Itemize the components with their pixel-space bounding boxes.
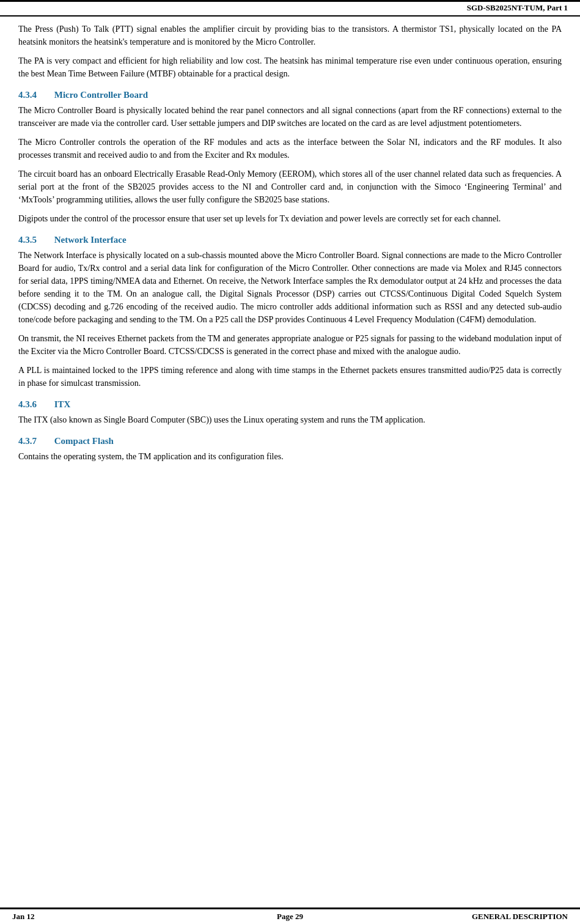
content-area: The Press (Push) To Talk (PTT) signal en… <box>0 17 580 692</box>
section-4-3-5-label: Network Interface <box>54 235 127 245</box>
section-4-3-5-number: 4.3.5 <box>18 235 52 245</box>
section-4-3-7-label: Compact Flash <box>54 436 114 446</box>
paragraph-4: The Micro Controller controls the operat… <box>18 136 562 161</box>
section-4-3-7-heading: 4.3.7 Compact Flash <box>18 436 562 446</box>
header-title: SGD-SB2025NT-TUM, Part 1 <box>467 3 568 13</box>
paragraph-9: A PLL is maintained locked to the 1PPS t… <box>18 364 562 390</box>
footer-center: Page 29 <box>197 912 383 922</box>
section-4-3-6-number: 4.3.6 <box>18 399 52 410</box>
footer-left: Jan 12 <box>12 912 197 922</box>
section-4-3-6-label: ITX <box>54 399 71 409</box>
section-4-3-4-heading: 4.3.4 Micro Controller Board <box>18 90 562 100</box>
paragraph-2: The PA is very compact and efficient for… <box>18 54 562 80</box>
paragraph-1: The Press (Push) To Talk (PTT) signal en… <box>18 23 562 48</box>
paragraph-6: Digipots under the control of the proces… <box>18 212 562 225</box>
footer-bar: Jan 12 Page 29 GENERAL DESCRIPTION <box>0 909 580 924</box>
paragraph-10: The ITX (also known as Single Board Comp… <box>18 413 562 426</box>
footer-right: GENERAL DESCRIPTION <box>383 912 568 922</box>
paragraph-7: The Network Interface is physically loca… <box>18 249 562 326</box>
header-bar: SGD-SB2025NT-TUM, Part 1 <box>0 2 580 17</box>
paragraph-5: The circuit board has an onboard Electri… <box>18 168 562 206</box>
paragraph-3: The Micro Controller Board is physically… <box>18 104 562 130</box>
section-4-3-4-number: 4.3.4 <box>18 90 52 100</box>
section-4-3-4-label: Micro Controller Board <box>54 90 148 100</box>
paragraph-8: On transmit, the NI receives Ethernet pa… <box>18 332 562 358</box>
section-4-3-5-heading: 4.3.5 Network Interface <box>18 235 562 245</box>
paragraph-11: Contains the operating system, the TM ap… <box>18 450 562 463</box>
section-4-3-6-heading: 4.3.6 ITX <box>18 399 562 410</box>
section-4-3-7-number: 4.3.7 <box>18 436 52 446</box>
